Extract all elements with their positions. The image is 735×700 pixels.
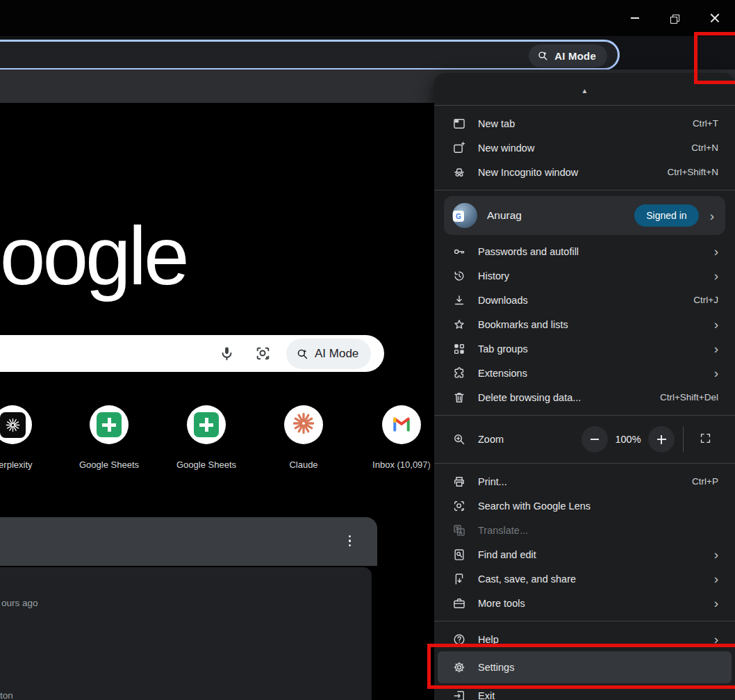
menu-item-label: Extensions — [478, 368, 706, 379]
ai-mode-label: AI Mode — [315, 347, 358, 361]
keyboard-shortcut: Ctrl+P — [692, 476, 718, 487]
shortcut-label: Claude — [289, 459, 317, 470]
menu-divider — [434, 190, 735, 190]
minimize-button[interactable] — [619, 7, 651, 29]
keyboard-shortcut: Ctrl+Shift+Del — [660, 392, 718, 402]
menu-item-label: Delete browsing data... — [478, 392, 652, 403]
shortcut-inbox-10-097[interactable]: Inbox (10,097) — [358, 405, 445, 470]
card-body: ours ago ton — [0, 567, 372, 700]
menu-item-zoom: Zoom100% — [434, 421, 735, 457]
zoom-out-button[interactable] — [581, 426, 608, 453]
menu-item-new-tab[interactable]: New tabCtrl+T — [434, 111, 735, 136]
zoom-separator — [683, 426, 684, 453]
menu-item-new-window[interactable]: New windowCtrl+N — [434, 136, 735, 160]
incognito-icon — [452, 165, 466, 179]
keyboard-shortcut: Ctrl+T — [693, 118, 718, 129]
shortcut-perplexity[interactable]: Perplexity — [0, 405, 56, 470]
keyboard-shortcut: Ctrl+Shift+N — [667, 167, 718, 177]
cast-icon — [452, 572, 466, 586]
menu-divider — [434, 415, 735, 416]
puzzle-icon — [452, 366, 466, 380]
card-menu-button[interactable] — [346, 532, 354, 549]
menu-item-downloads[interactable]: DownloadsCtrl+J — [434, 288, 735, 312]
menu-item-help[interactable]: Help› — [434, 627, 735, 651]
chevron-right-icon: › — [710, 209, 714, 222]
chevron-right-icon: › — [714, 548, 718, 561]
fullscreen-icon — [699, 432, 712, 448]
translate-icon — [452, 523, 466, 537]
new-window-icon — [452, 141, 466, 155]
menu-item-label: More tools — [478, 598, 706, 609]
menu-item-translate: Translate... — [434, 518, 735, 542]
chevron-right-icon: › — [714, 245, 718, 258]
chevron-right-icon: › — [714, 366, 718, 380]
menu-item-cast-save-and-share[interactable]: Cast, save, and share› — [434, 567, 735, 591]
ai-mode-icon — [296, 348, 309, 361]
new-tab-icon — [452, 117, 466, 131]
menu-item-label: Print... — [478, 476, 684, 487]
close-button[interactable] — [698, 7, 730, 29]
menu-item-tab-groups[interactable]: Tab groups› — [434, 336, 735, 361]
ai-mode-label: AI Mode — [554, 50, 596, 62]
key-icon — [452, 245, 466, 259]
gear-icon — [452, 660, 466, 674]
shortcut-google-sheets[interactable]: Google Sheets — [163, 405, 249, 470]
menu-item-history[interactable]: History› — [434, 263, 735, 288]
menu-item-exit[interactable]: Exit — [434, 683, 735, 700]
shortcut-tile — [187, 405, 226, 444]
zoom-magnifier-icon — [452, 432, 466, 446]
menu-item-print[interactable]: Print...Ctrl+P — [434, 469, 735, 494]
restore-button[interactable] — [658, 7, 690, 29]
avatar: G — [452, 203, 477, 228]
keyboard-shortcut: Ctrl+N — [691, 143, 718, 153]
zoom-in-button[interactable] — [648, 426, 675, 453]
menu-scroll-up-icon[interactable]: ▲ — [434, 80, 735, 101]
microphone-icon[interactable] — [218, 345, 236, 362]
menu-item-label: Passwords and autofill — [478, 246, 706, 257]
lens-icon — [452, 499, 466, 513]
menu-item-settings[interactable]: Settings — [438, 651, 732, 683]
menu-item-extensions[interactable]: Extensions› — [434, 361, 735, 385]
menu-item-profile[interactable]: GAnuragSigned in› — [444, 196, 725, 235]
card-timestamp: ours ago — [1, 598, 38, 608]
menu-divider — [434, 463, 735, 464]
menu-item-new-incognito-window[interactable]: New Incognito windowCtrl+Shift+N — [434, 160, 735, 184]
star-icon — [452, 318, 466, 332]
title-bar — [0, 0, 735, 36]
shortcut-tile — [382, 405, 421, 444]
profile-name: Anurag — [487, 209, 634, 222]
google-sheets-icon — [97, 412, 122, 437]
perplexity-icon — [0, 412, 26, 438]
search-box[interactable]: AI Mode — [0, 335, 384, 372]
printer-icon — [452, 475, 466, 489]
menu-item-search-with-google-lens[interactable]: Search with Google Lens — [434, 494, 735, 518]
menu-item-label: History — [478, 270, 706, 282]
claude-icon — [292, 412, 315, 438]
google-logo: Google — [0, 209, 187, 303]
tab-groups-icon — [452, 342, 466, 356]
ai-mode-button-search[interactable]: AI Mode — [286, 339, 371, 369]
find-icon — [452, 548, 466, 562]
address-bar[interactable]: AI Mode — [0, 40, 620, 70]
menu-item-passwords-and-autofill[interactable]: Passwords and autofill› — [434, 239, 735, 263]
keyboard-shortcut: Ctrl+J — [693, 295, 718, 305]
menu-item-delete-browsing-data[interactable]: Delete browsing data...Ctrl+Shift+Del — [434, 385, 735, 409]
lens-icon[interactable] — [254, 345, 272, 362]
zoom-level: 100% — [608, 434, 648, 445]
download-icon — [452, 293, 466, 307]
menu-item-bookmarks-and-lists[interactable]: Bookmarks and lists› — [434, 312, 735, 336]
ai-mode-button-toolbar[interactable]: AI Mode — [529, 44, 607, 67]
menu-item-more-tools[interactable]: More tools› — [434, 591, 735, 615]
three-dots-icon — [349, 535, 351, 546]
menu-item-label: Tab groups — [478, 343, 706, 355]
signed-in-badge: Signed in — [634, 204, 698, 227]
minimize-icon — [631, 17, 639, 19]
menu-item-label: Find and edit — [478, 549, 706, 560]
menu-divider — [434, 105, 735, 106]
shortcut-claude[interactable]: Claude — [261, 405, 347, 470]
fullscreen-button[interactable] — [692, 426, 718, 453]
shortcut-tile — [284, 405, 323, 444]
shortcut-google-sheets[interactable]: Google Sheets — [66, 405, 152, 470]
menu-item-find-and-edit[interactable]: Find and edit› — [434, 542, 735, 567]
shortcut-label: Google Sheets — [79, 459, 139, 470]
